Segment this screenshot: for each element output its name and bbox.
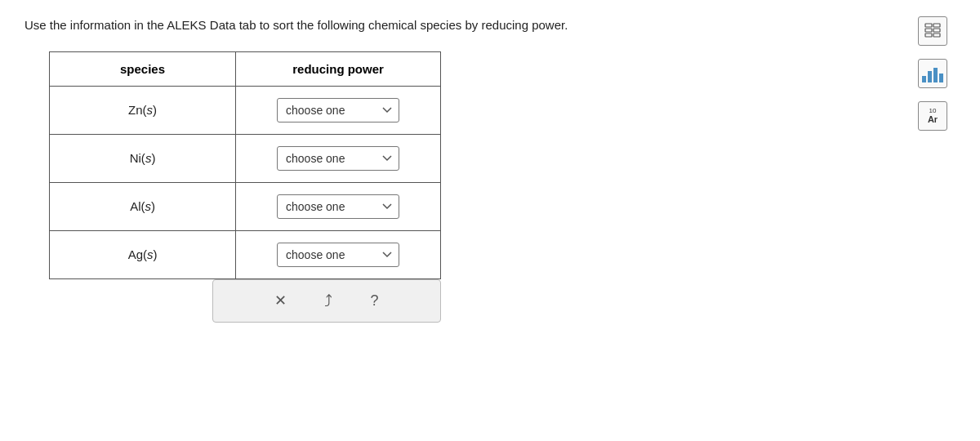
data-tab-icon xyxy=(918,16,947,46)
reducing-power-cell-ag: choose one1234 xyxy=(236,230,441,278)
species-cell-ni: Ni(s) xyxy=(50,134,236,182)
table-row: Al(s)choose one1234 xyxy=(50,182,441,230)
bar-2 xyxy=(928,71,932,82)
table-row: Ni(s)choose one1234 xyxy=(50,134,441,182)
bar-3 xyxy=(933,68,938,82)
bar-chart-button[interactable] xyxy=(918,59,947,88)
svg-rect-1 xyxy=(933,24,940,27)
page-container: Use the information in the ALEKS Data ta… xyxy=(0,0,980,339)
reducing-power-cell-ni: choose one1234 xyxy=(236,134,441,182)
table-row: Zn(s)choose one1234 xyxy=(50,86,441,134)
svg-rect-3 xyxy=(933,29,940,32)
table-header-row: species reducing power xyxy=(50,51,441,86)
species-cell-ag: Ag(s) xyxy=(50,230,236,278)
bar-chart-icon xyxy=(922,65,943,82)
element-symbol: Ar xyxy=(928,114,938,124)
species-cell-al: Al(s) xyxy=(50,182,236,230)
bar-4 xyxy=(939,74,943,82)
svg-rect-2 xyxy=(925,29,932,32)
undo-button[interactable]: ⤴ xyxy=(318,288,339,314)
svg-rect-5 xyxy=(933,33,940,37)
table-wrapper: species reducing power Zn(s)choose one12… xyxy=(49,51,441,323)
sidebar-icons: 10 Ar xyxy=(918,16,947,131)
clear-icon: ✕ xyxy=(274,292,287,310)
table-row: Ag(s)choose one1234 xyxy=(50,230,441,278)
instruction-text: Use the information in the ALEKS Data ta… xyxy=(24,16,956,35)
species-table: species reducing power Zn(s)choose one12… xyxy=(49,51,441,279)
reducing-power-cell-al: choose one1234 xyxy=(236,182,441,230)
reducing-power-select-zn[interactable]: choose one1234 xyxy=(277,98,399,122)
svg-rect-4 xyxy=(925,33,932,37)
clear-button[interactable]: ✕ xyxy=(268,288,293,313)
action-bar: ✕ ⤴ ? xyxy=(212,279,441,323)
bar-1 xyxy=(922,76,926,82)
element-number: 10 xyxy=(929,108,937,115)
reducing-power-header: reducing power xyxy=(236,51,441,86)
data-tab-button[interactable] xyxy=(918,16,947,46)
species-header: species xyxy=(50,51,236,86)
undo-icon: ⤴ xyxy=(324,292,332,310)
reducing-power-select-ag[interactable]: choose one1234 xyxy=(277,243,399,267)
help-icon: ? xyxy=(370,292,378,310)
reducing-power-select-al[interactable]: choose one1234 xyxy=(277,194,399,219)
bar-chart-icon-container xyxy=(918,59,947,88)
help-button[interactable]: ? xyxy=(363,289,385,313)
svg-rect-0 xyxy=(925,24,932,27)
reducing-power-cell-zn: choose one1234 xyxy=(236,86,441,134)
periodic-element-icon: 10 Ar xyxy=(918,101,947,131)
periodic-table-button[interactable]: 10 Ar xyxy=(918,101,947,131)
reducing-power-select-ni[interactable]: choose one1234 xyxy=(277,146,399,171)
species-cell-zn: Zn(s) xyxy=(50,86,236,134)
grid-icon xyxy=(924,22,942,40)
